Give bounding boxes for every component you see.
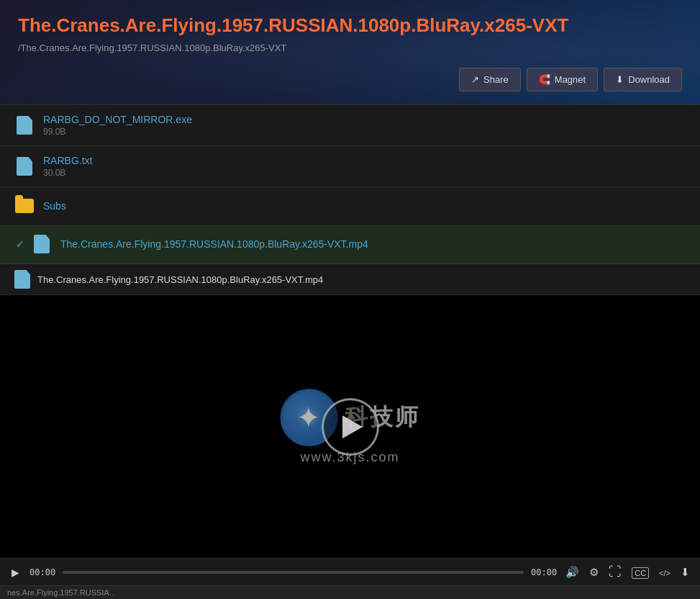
file-icon-mp4: [32, 234, 52, 254]
file-item-txt[interactable]: RARBG.txt 30.0B: [0, 146, 700, 187]
file-name-txt[interactable]: RARBG.txt: [43, 155, 92, 166]
total-time: 00:00: [531, 567, 557, 577]
main-container: The.Cranes.Are.Flying.1957.RUSSIAN.1080p…: [0, 0, 700, 599]
play-icon: ▶: [12, 567, 19, 578]
play-button-overlay[interactable]: [322, 398, 379, 456]
video-controls: ▶ 00:00 00:00 🔊 ⚙ ⛶ CC </>: [0, 558, 700, 585]
action-buttons: ↗ Share 🧲 Magnet ⬇ Download: [18, 68, 682, 91]
doc-icon: [17, 116, 32, 135]
download-button[interactable]: ⬇ Download: [604, 68, 682, 91]
download-icon: ⬇: [616, 74, 624, 85]
selected-check: ✓: [14, 238, 26, 250]
header: The.Cranes.Are.Flying.1957.RUSSIAN.1080p…: [0, 0, 700, 104]
player-download-button[interactable]: ⬇: [679, 564, 691, 580]
share-label: Share: [483, 74, 509, 85]
subtitle: /The.Cranes.Are.Flying.1957.RUSSIAN.1080…: [18, 42, 682, 53]
file-icon-txt: [14, 156, 35, 176]
settings-icon: ⚙: [589, 566, 599, 578]
file-icon-exe: [14, 115, 35, 135]
embed-icon: </>: [659, 569, 671, 577]
magnet-icon: 🧲: [539, 74, 550, 85]
file-list: RARBG_DO_NOT_MIRROR.exe 99.0B RARBG.txt …: [0, 104, 700, 264]
file-info-txt: RARBG.txt 30.0B: [43, 155, 92, 178]
folder-icon: [15, 199, 34, 213]
fullscreen-icon: ⛶: [609, 564, 622, 579]
file-size-exe: 99.0B: [43, 127, 192, 137]
file-info-mp4: The.Cranes.Are.Flying.1957.RUSSIAN.1080p…: [60, 238, 368, 250]
page-title: The.Cranes.Are.Flying.1957.RUSSIAN.1080p…: [18, 14, 682, 37]
share-button[interactable]: ↗ Share: [459, 68, 521, 91]
settings-button[interactable]: ⚙: [588, 564, 600, 580]
player-download-icon: ⬇: [681, 566, 690, 578]
file-item-subs[interactable]: Subs: [0, 187, 700, 225]
play-pause-button[interactable]: ▶: [9, 565, 22, 580]
status-bar: nes.Are.Flying.1957.RUSSIA...: [0, 585, 700, 599]
file-icon-folder: [14, 196, 35, 216]
file-item-mp4[interactable]: ✓ The.Cranes.Are.Flying.1957.RUSSIAN.108…: [0, 225, 700, 264]
file-name-mp4[interactable]: The.Cranes.Are.Flying.1957.RUSSIAN.1080p…: [60, 238, 368, 250]
volume-icon: 🔊: [565, 566, 579, 578]
progress-bar[interactable]: [63, 571, 524, 574]
star-icon: ✦: [296, 401, 321, 434]
doc-icon-mp4: [34, 235, 50, 253]
cc-button[interactable]: CC: [630, 564, 650, 580]
cc-icon: CC: [632, 567, 649, 579]
file-size-txt: 30.0B: [43, 168, 92, 178]
play-triangle-icon: [342, 415, 363, 438]
video-filename: The.Cranes.Are.Flying.1957.RUSSIAN.1080p…: [37, 274, 323, 285]
file-name-exe[interactable]: RARBG_DO_NOT_MIRROR.exe: [43, 114, 192, 125]
file-info-subs: Subs: [43, 200, 66, 212]
volume-button[interactable]: 🔊: [564, 564, 581, 580]
video-file-icon: [14, 270, 30, 289]
video-player[interactable]: ✦ 科技师 www.3kjs.com: [0, 295, 700, 558]
embed-button[interactable]: </>: [658, 564, 672, 580]
file-info-exe: RARBG_DO_NOT_MIRROR.exe 99.0B: [43, 114, 192, 137]
video-filename-bar: The.Cranes.Are.Flying.1957.RUSSIAN.1080p…: [0, 264, 700, 295]
fullscreen-button[interactable]: ⛶: [607, 563, 623, 581]
video-section: The.Cranes.Are.Flying.1957.RUSSIAN.1080p…: [0, 264, 700, 585]
download-label: Download: [628, 74, 670, 85]
file-item-exe[interactable]: RARBG_DO_NOT_MIRROR.exe 99.0B: [0, 105, 700, 146]
share-icon: ↗: [471, 74, 479, 85]
current-time: 00:00: [29, 567, 55, 577]
doc-icon-txt: [17, 157, 32, 176]
magnet-label: Magnet: [555, 74, 586, 85]
magnet-button[interactable]: 🧲 Magnet: [527, 68, 598, 91]
file-name-subs[interactable]: Subs: [43, 200, 66, 212]
status-text: nes.Are.Flying.1957.RUSSIA...: [7, 588, 116, 597]
